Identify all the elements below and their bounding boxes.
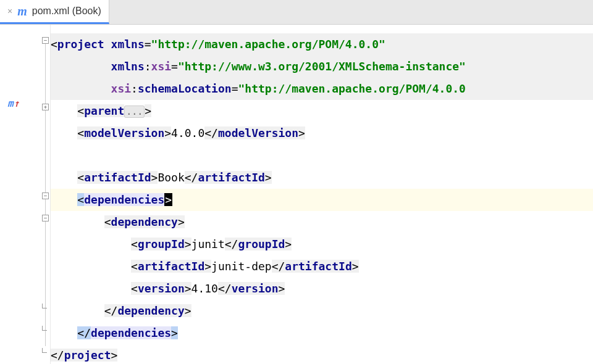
- code-line[interactable]: xsi:schemaLocation="http://maven.apache.…: [51, 78, 593, 100]
- code-line[interactable]: <version>4.10</version>: [51, 278, 593, 300]
- fold-marker-parent[interactable]: [42, 104, 49, 110]
- code-line[interactable]: </project>: [51, 344, 593, 364]
- code-line-current[interactable]: <dependencies>: [51, 189, 593, 211]
- cursor: >: [164, 193, 172, 206]
- gutter-icon-letter: m: [7, 97, 14, 109]
- code-line[interactable]: <project xmlns="http://maven.apache.org/…: [51, 33, 593, 56]
- fold-end-dependencies[interactable]: [42, 326, 47, 331]
- maven-icon: m: [17, 4, 27, 19]
- code-content[interactable]: <project xmlns="http://maven.apache.org/…: [51, 25, 593, 364]
- folded-region[interactable]: ...: [124, 105, 145, 118]
- code-line[interactable]: <modelVersion>4.0.0</modelVersion>: [51, 122, 593, 144]
- code-line[interactable]: <parent...>: [51, 100, 593, 122]
- tab-label: pom.xml (Book): [32, 6, 101, 17]
- fold-marker-project[interactable]: [42, 37, 49, 44]
- code-line[interactable]: </dependency>: [51, 300, 593, 322]
- editor-area: m↑ <project xmlns="http://maven.apache.o…: [0, 25, 593, 364]
- code-line[interactable]: </dependencies>: [51, 322, 593, 344]
- code-line[interactable]: <artifactId>junit-dep</artifactId>: [51, 255, 593, 278]
- code-line[interactable]: [51, 144, 593, 167]
- fold-end-dependency[interactable]: [42, 304, 47, 308]
- gutter-icon-arrow: ↑: [14, 97, 20, 109]
- fold-end-project[interactable]: [42, 348, 47, 353]
- fold-column: [41, 25, 51, 364]
- gutter-maven-icon[interactable]: m↑: [7, 97, 19, 109]
- fold-marker-dependencies[interactable]: [42, 192, 49, 199]
- tab-bar: × m pom.xml (Book): [0, 0, 593, 25]
- close-icon[interactable]: ×: [7, 6, 12, 16]
- code-line[interactable]: <artifactId>Book</artifactId>: [51, 167, 593, 189]
- code-line[interactable]: <groupId>junit</groupId>: [51, 233, 593, 255]
- gutter: m↑: [0, 25, 51, 364]
- fold-marker-dependency[interactable]: [42, 215, 49, 221]
- code-line[interactable]: xmlns:xsi="http://www.w3.org/2001/XMLSch…: [51, 56, 593, 78]
- code-line[interactable]: <dependency>: [51, 211, 593, 233]
- editor-tab[interactable]: × m pom.xml (Book): [0, 0, 109, 24]
